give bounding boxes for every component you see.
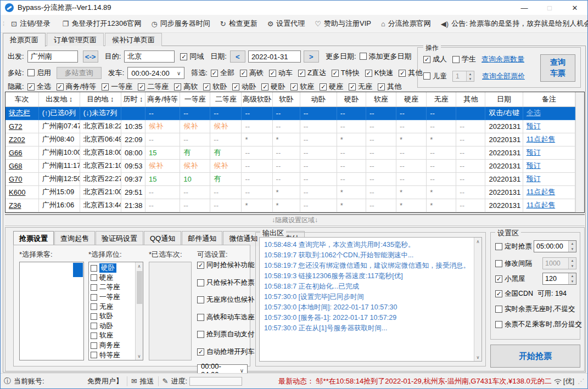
- remark-link[interactable]: 预订: [527, 174, 541, 183]
- start-grab-button[interactable]: 开始抢票: [490, 345, 580, 368]
- hide-checkbox-高软[interactable]: 高软: [174, 82, 198, 92]
- column-header[interactable]: 备注: [523, 92, 575, 106]
- option-checkbox-同时抢候补功能[interactable]: 同时抢候补功能: [197, 261, 250, 270]
- log-scrollbar[interactable]: ∧ ∨: [474, 238, 481, 361]
- seat-option-特等座[interactable]: 特等座: [91, 350, 135, 360]
- menu-item[interactable]: ⚙设置代理: [267, 19, 305, 29]
- stepper-value[interactable]: 05:00:00: [534, 241, 568, 252]
- stepper-arrows-icon[interactable]: ▲▼: [568, 241, 576, 252]
- hide-checkbox-动卧[interactable]: 动卧: [232, 82, 256, 92]
- swap-stations-button[interactable]: <->: [83, 50, 98, 63]
- column-header[interactable]: 无座: [427, 92, 456, 106]
- checkbox[interactable]: [27, 69, 35, 76]
- checkbox[interactable]: [91, 352, 97, 358]
- prev-date-button[interactable]: <: [230, 50, 245, 63]
- checkbox[interactable]: [91, 303, 97, 310]
- train-number[interactable]: G68: [5, 159, 38, 172]
- checkbox[interactable]: [495, 275, 502, 283]
- dest-input[interactable]: 北京: [124, 50, 175, 63]
- column-header[interactable]: 硬座: [396, 92, 427, 106]
- remark-link[interactable]: 预订: [527, 161, 541, 170]
- depart-time-combo[interactable]: 00:00-24:00∨: [127, 67, 184, 79]
- scroll-down-icon[interactable]: ∨: [136, 352, 143, 360]
- status-row[interactable]: 状态栏(↑)已选0列(↓)未选7列--------------------双击/…: [5, 106, 575, 120]
- table-row[interactable]: G68广州南11:17北京西21:1009:53候补候补候补----------…: [5, 159, 575, 172]
- same-city-checkbox[interactable]: 同域: [180, 52, 204, 61]
- seat-option-硬卧[interactable]: 硬卧: [91, 263, 135, 273]
- tab-订单管理页面[interactable]: 订单管理页面: [47, 33, 104, 46]
- settings-tab-验证码设置[interactable]: 验证码设置: [96, 231, 143, 246]
- column-header[interactable]: 二等座: [210, 92, 242, 106]
- selected-trains-listbox[interactable]: [149, 262, 192, 360]
- table-row[interactable]: Z36广州16:06北京西13:4421:38------**--*--**--…: [5, 199, 575, 212]
- table-row[interactable]: K600广州15:09北京西21:0029:51--------*--*--**…: [5, 185, 575, 199]
- checkbox[interactable]: [261, 83, 268, 91]
- train-number[interactable]: 状态栏: [5, 106, 38, 120]
- child-count-stepper[interactable]: 1 ▲▼: [452, 71, 474, 82]
- next-date-button[interactable]: >: [304, 50, 319, 63]
- config-stepper-定时抢票[interactable]: 05:00:00▲▼: [534, 240, 576, 252]
- menu-item[interactable]: ⌂分流抢票官网: [381, 19, 431, 29]
- checkbox[interactable]: [495, 243, 502, 250]
- multi-station-button[interactable]: 多站查询: [57, 67, 102, 79]
- menu-item[interactable]: ◷同步服务器时间: [151, 19, 210, 29]
- minimize-button[interactable]: —: [512, 1, 537, 15]
- train-number[interactable]: G66: [5, 146, 38, 159]
- config-checkbox-定时抢票[interactable]: 定时抢票: [495, 242, 532, 251]
- stepper-value[interactable]: 120: [543, 273, 568, 284]
- column-header[interactable]: 车次: [5, 92, 38, 106]
- seat-option-无座[interactable]: 无座: [91, 302, 135, 312]
- table-row[interactable]: G70广州南12:50北京西22:2709:371510有-----------…: [5, 172, 575, 185]
- seat-option-一等座[interactable]: 一等座: [91, 292, 135, 302]
- option-checkbox-只抢候补不抢票[interactable]: 只抢候补不抢票: [197, 278, 250, 287]
- filter-checkbox-K快速[interactable]: K快速: [365, 68, 394, 78]
- settings-tab-QQ通知[interactable]: QQ通知: [144, 231, 181, 246]
- hide-checkbox-软卧[interactable]: 软卧: [203, 82, 227, 92]
- checkbox[interactable]: [197, 279, 204, 286]
- filter-checkbox-T特快[interactable]: T特快: [332, 68, 360, 78]
- column-header[interactable]: 日期: [485, 92, 523, 106]
- checkbox[interactable]: [360, 53, 367, 60]
- train-number[interactable]: Z36: [5, 199, 38, 212]
- checkbox[interactable]: [399, 70, 406, 77]
- push-label[interactable]: 推送: [140, 376, 154, 386]
- option-checkbox-自动抢增开列车[interactable]: 自动抢增开列车: [197, 347, 250, 357]
- column-header[interactable]: 商务/特等: [145, 92, 180, 106]
- hide-checkbox-一等座[interactable]: 一等座: [102, 82, 132, 92]
- filter-checkbox-高铁[interactable]: 高铁: [240, 68, 264, 78]
- seat-option-软座[interactable]: 软座: [91, 331, 135, 341]
- checkbox[interactable]: [197, 348, 204, 356]
- stepper-arrows-icon[interactable]: ▲▼: [466, 71, 474, 81]
- checkbox[interactable]: [197, 314, 204, 321]
- seat-scrollbar[interactable]: ∧ ∨: [135, 262, 143, 360]
- settings-tab-查询起售[interactable]: 查询起售: [54, 231, 95, 246]
- hide-settings-divider[interactable]: ↓隐藏设置区域↓: [5, 214, 585, 226]
- checkbox[interactable]: [365, 70, 372, 77]
- seat-option-动卧[interactable]: 动卧: [91, 322, 135, 331]
- option-checkbox-无座席位也候补[interactable]: 无座席位也候补: [197, 295, 250, 305]
- option-checkbox-高铁和动车选座[interactable]: 高铁和动车选座: [197, 313, 250, 322]
- column-header[interactable]: 硬卧: [337, 92, 366, 106]
- hide-checkbox-硬卧[interactable]: 硬卧: [261, 82, 285, 92]
- hide-checkbox-全选[interactable]: 全选: [27, 82, 51, 92]
- scroll-up-icon[interactable]: ∧: [474, 238, 481, 245]
- column-header[interactable]: 动卧: [300, 92, 337, 106]
- hide-checkbox-软座[interactable]: 软座: [290, 82, 314, 92]
- config-checkbox-余票不足乘客时,部分提交[interactable]: 余票不足乘客时,部分提交: [495, 320, 582, 329]
- settings-tab-抢票设置[interactable]: 抢票设置: [13, 231, 54, 246]
- table-row[interactable]: Z202广州08:40北京西06:4922:09------**--*--**-…: [5, 133, 575, 146]
- query-ticket-count-link[interactable]: 查询余票数量: [481, 54, 524, 64]
- scroll-down-icon[interactable]: ∨: [474, 353, 481, 361]
- checkbox[interactable]: [197, 296, 204, 303]
- remark-link[interactable]: 11点起售: [527, 188, 556, 196]
- checkbox[interactable]: [197, 262, 204, 269]
- column-header[interactable]: 其他: [456, 92, 485, 106]
- checkbox[interactable]: [495, 306, 502, 313]
- checkbox[interactable]: [320, 83, 327, 91]
- config-checkbox-全国CDN[interactable]: 全国CDN: [495, 289, 533, 298]
- query-all-prices-link[interactable]: 查询全部票价: [482, 71, 525, 81]
- checkbox[interactable]: [423, 72, 430, 80]
- remark-link[interactable]: 预订: [527, 122, 541, 130]
- column-header[interactable]: 历时 ↕: [121, 92, 145, 106]
- add-more-dates-checkbox[interactable]: 添加更多日期: [360, 52, 412, 61]
